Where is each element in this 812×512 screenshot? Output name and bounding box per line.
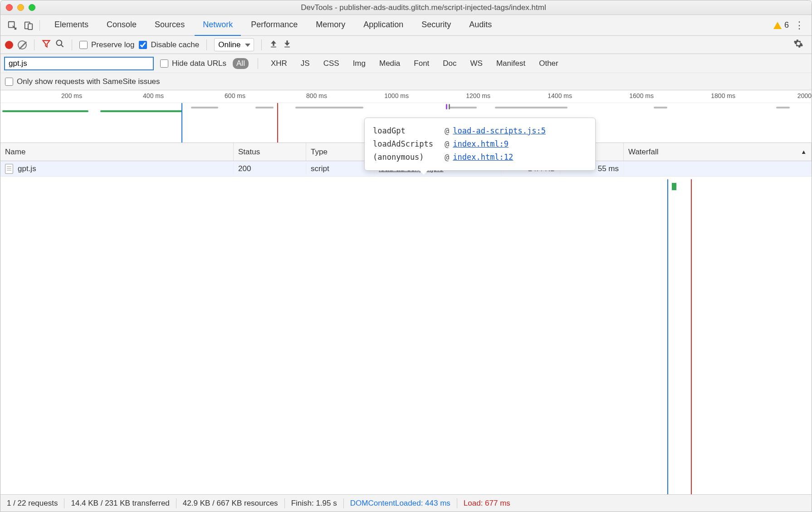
timeline-bar	[776, 107, 790, 108]
type-filter-font[interactable]: Font	[410, 58, 433, 69]
tab-audits[interactable]: Audits	[461, 15, 500, 36]
type-filter-ws[interactable]: WS	[467, 58, 486, 69]
status-bar: 1 / 22 requests 14.4 KB / 231 KB transfe…	[0, 494, 812, 512]
window-title: DevTools - publisher-ads-audits.glitch.m…	[41, 3, 806, 12]
type-filter-manifest[interactable]: Manifest	[493, 58, 529, 69]
timeline-tick: 1600 ms	[629, 92, 654, 99]
device-toolbar-icon[interactable]	[23, 20, 34, 31]
timeline-tick: 600 ms	[225, 92, 245, 99]
divider	[176, 498, 176, 508]
timeline-bar	[446, 104, 447, 109]
filter-input[interactable]	[4, 57, 154, 70]
svg-rect-4	[271, 47, 276, 48]
type-filter-css[interactable]: CSS	[320, 58, 343, 69]
type-filter-media[interactable]: Media	[376, 58, 404, 69]
timeline-bar	[450, 107, 477, 108]
timeline-bar	[191, 107, 218, 108]
settings-icon[interactable]	[793, 39, 803, 51]
upload-har-icon[interactable]	[269, 39, 278, 50]
network-toolbar: Preserve log Disable cache Online	[0, 36, 812, 54]
warning-icon	[773, 22, 782, 29]
divider	[206, 39, 207, 50]
type-filter-img[interactable]: Img	[349, 58, 369, 69]
cell-status: 200	[234, 161, 306, 176]
stack-link[interactable]: index.html:12	[453, 151, 513, 164]
initiator-tooltip: loadGpt @ load-ad-scripts.js:5 loadAdScr…	[364, 118, 596, 171]
divider	[261, 39, 262, 50]
devtools-window: DevTools - publisher-ads-audits.glitch.m…	[0, 0, 812, 512]
timeline-tick: 2000	[797, 92, 812, 99]
warnings-badge[interactable]: 6	[773, 20, 789, 30]
preserve-log-input[interactable]	[79, 41, 88, 49]
timeline-tick: 1800 ms	[711, 92, 735, 99]
status-resources: 42.9 KB / 667 KB resources	[183, 499, 278, 508]
search-icon[interactable]	[55, 39, 64, 50]
tab-network[interactable]: Network	[195, 15, 241, 36]
preserve-log-checkbox[interactable]: Preserve log	[79, 40, 134, 49]
tab-security[interactable]: Security	[413, 15, 459, 36]
filter-bar: Hide data URLs All XHR JS CSS Img Media …	[0, 54, 812, 73]
stack-link[interactable]: index.html:9	[453, 138, 509, 151]
at-symbol: @	[445, 124, 449, 138]
timeline-bar	[495, 107, 567, 108]
clear-button[interactable]	[18, 40, 27, 49]
throttling-select[interactable]: Online	[214, 38, 254, 51]
tab-memory[interactable]: Memory	[308, 15, 353, 36]
timeline-bar	[449, 104, 450, 109]
status-transferred: 14.4 KB / 231 KB transferred	[71, 499, 169, 508]
tab-application[interactable]: Application	[355, 15, 411, 36]
samesite-checkbox[interactable]: Only show requests with SameSite issues	[5, 77, 160, 86]
dcl-marker	[181, 103, 182, 143]
stack-fn: (anonymous)	[373, 151, 441, 164]
stack-link[interactable]: load-ad-scripts.js:5	[453, 124, 546, 138]
status-load: Load: 677 ms	[464, 499, 510, 508]
more-options-icon[interactable]: ⋮	[794, 20, 804, 31]
throttling-select-wrap: Online	[214, 38, 254, 51]
minimize-window-button[interactable]	[17, 4, 24, 11]
load-marker	[277, 103, 278, 143]
samesite-input[interactable]	[5, 78, 13, 86]
inspect-element-icon[interactable]	[7, 20, 18, 31]
column-header-waterfall[interactable]: Waterfall ▲	[624, 143, 812, 161]
tab-sources[interactable]: Sources	[147, 15, 193, 36]
zoom-window-button[interactable]	[29, 4, 35, 11]
timeline-tick: 1200 ms	[466, 92, 490, 99]
waterfall-bar	[672, 183, 676, 190]
filter-icon[interactable]	[42, 39, 51, 50]
type-filter-other[interactable]: Other	[535, 58, 562, 69]
tab-console[interactable]: Console	[98, 15, 145, 36]
divider	[72, 39, 72, 50]
cell-name: gpt.js	[0, 161, 234, 176]
disable-cache-checkbox[interactable]: Disable cache	[139, 40, 199, 49]
record-button[interactable]	[5, 41, 13, 49]
tooltip-row: loadGpt @ load-ad-scripts.js:5	[373, 124, 587, 138]
close-window-button[interactable]	[6, 4, 13, 11]
disable-cache-input[interactable]	[139, 41, 147, 49]
type-filter-js[interactable]: JS	[297, 58, 313, 69]
samesite-label: Only show requests with SameSite issues	[17, 77, 160, 86]
panel-tabs-bar: Elements Console Sources Network Perform…	[0, 15, 812, 36]
divider	[34, 39, 34, 50]
timeline-tick: 1000 ms	[384, 92, 409, 99]
hide-data-urls-checkbox[interactable]: Hide data URLs	[160, 59, 226, 68]
samesite-bar: Only show requests with SameSite issues	[0, 73, 812, 90]
timeline-tick: 800 ms	[306, 92, 327, 99]
type-filter-xhr[interactable]: XHR	[267, 58, 291, 69]
load-line	[691, 179, 692, 494]
timeline-tick: 200 ms	[61, 92, 82, 99]
download-har-icon[interactable]	[283, 39, 292, 50]
divider	[258, 58, 258, 69]
divider	[284, 498, 285, 508]
waterfall-area	[624, 179, 812, 494]
type-filter-all[interactable]: All	[233, 58, 249, 69]
tooltip-row: loadAdScripts @ index.html:9	[373, 138, 587, 151]
type-filter-doc[interactable]: Doc	[439, 58, 460, 69]
status-requests: 1 / 22 requests	[7, 499, 58, 508]
hide-data-urls-input[interactable]	[160, 59, 168, 68]
tab-elements[interactable]: Elements	[46, 15, 97, 36]
tab-performance[interactable]: Performance	[243, 15, 306, 36]
column-header-status[interactable]: Status	[234, 143, 306, 161]
column-header-name[interactable]: Name	[0, 143, 234, 161]
window-controls	[6, 4, 35, 11]
timeline-tick: 400 ms	[143, 92, 164, 99]
